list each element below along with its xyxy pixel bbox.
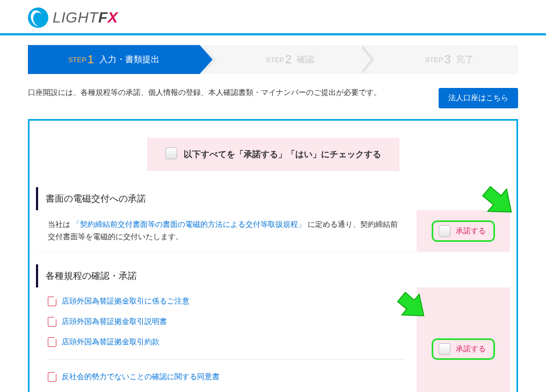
corporate-account-button[interactable]: 法人口座はこちら xyxy=(439,88,518,108)
section-1-heading: 書面の電磁交付への承諾 xyxy=(36,187,510,210)
step-1-active: STEP 1 入力・書類提出 xyxy=(28,45,200,74)
pdf-icon xyxy=(48,372,56,382)
doc-link[interactable]: 店頭外国為替証拠金取引約款 xyxy=(62,336,159,349)
doc-list-b: 反社会的勢力でないことの確認に関する同意書 個人情報保護方針 xyxy=(36,363,417,392)
section-electronic-delivery: 書面の電磁交付への承諾 当社は 「契約締結前交付書面等の書面の電磁的方法による交… xyxy=(36,187,510,252)
pdf-icon xyxy=(48,317,56,327)
logo-text-b: F xyxy=(98,9,108,26)
step-3-step-label: STEP xyxy=(425,56,443,64)
logo-mark-icon xyxy=(28,8,48,28)
list-item: 店頭外国為替証拠金取引に係るご注意 xyxy=(48,295,405,308)
consent-frame: 以下すべてを「承諾する」「はい」にチェックする 書面の電磁交付への承諾 当社は … xyxy=(28,119,518,392)
divider xyxy=(48,359,405,360)
pdf-icon xyxy=(48,337,56,347)
stepper: STEP 1 入力・書類提出 STEP 2 確認 STEP 3 完了 xyxy=(28,45,518,74)
step-2: STEP 2 確認 xyxy=(200,45,359,74)
doc-link[interactable]: 店頭外国為替証拠金取引説明書 xyxy=(62,315,167,328)
step-2-title: 確認 xyxy=(297,54,314,65)
logo: LIGHTFX xyxy=(0,0,546,33)
electronic-delivery-regulation-link[interactable]: 「契約締結前交付書面等の書面の電磁的方法による交付等取扱規程」 xyxy=(72,220,305,228)
section-1-accept[interactable]: 承諾する xyxy=(432,220,495,242)
step-2-step-label: STEP xyxy=(266,56,284,64)
step-1-step-label: STEP xyxy=(68,56,86,64)
section-1-accept-label: 承諾する xyxy=(456,226,486,236)
section-regulations: 各種規程の確認・承諾 店頭外国為替証拠金取引に係るご注意 店頭外国為替証拠金取引… xyxy=(36,264,510,392)
section-1-accept-checkbox[interactable] xyxy=(439,225,450,237)
section-1-text-pre: 当社は xyxy=(48,220,70,228)
doc-link[interactable]: 店頭外国為替証拠金取引に係るご注意 xyxy=(62,295,190,308)
step-3-title: 完了 xyxy=(456,54,474,65)
step-2-number: 2 xyxy=(285,53,292,66)
section-1-body: 当社は 「契約締結前交付書面等の書面の電磁的方法による交付等取扱規程」 に定める… xyxy=(36,210,417,252)
logo-text: LIGHTFX xyxy=(53,9,118,26)
list-item: 店頭外国為替証拠金取引説明書 xyxy=(48,315,405,328)
master-consent-checkbox[interactable] xyxy=(165,147,177,159)
list-item: 店頭外国為替証拠金取引約款 xyxy=(48,336,405,349)
section-2-accept-label: 承諾する xyxy=(456,344,486,354)
section-2-accept[interactable]: 承諾する xyxy=(432,338,495,360)
master-consent-banner: 以下すべてを「承諾する」「はい」にチェックする xyxy=(147,138,399,171)
section-2-accept-area: 承諾する xyxy=(417,287,510,392)
logo-text-a: LIGHT xyxy=(53,9,98,26)
section-2-accept-checkbox[interactable] xyxy=(439,343,450,355)
green-arrow-icon xyxy=(477,180,519,221)
section-2-heading: 各種規程の確認・承諾 xyxy=(36,264,510,287)
list-item: 反社会的勢力でないことの確認に関する同意書 xyxy=(48,371,405,383)
pdf-icon xyxy=(48,297,56,306)
intro-text: 口座開設には、各種規程等の承諾、個人情報の登録、本人確認書類・マイナンバーのご提… xyxy=(28,88,381,98)
master-consent-label: 以下すべてを「承諾する」「はい」にチェックする xyxy=(184,147,381,161)
logo-text-c: X xyxy=(108,9,118,26)
doc-list-a: 店頭外国為替証拠金取引に係るご注意 店頭外国為替証拠金取引説明書 店頭外国為替証… xyxy=(36,287,417,356)
green-arrow-icon xyxy=(393,287,431,324)
section-2-body: 店頭外国為替証拠金取引に係るご注意 店頭外国為替証拠金取引説明書 店頭外国為替証… xyxy=(36,287,417,392)
intro-row: 口座開設には、各種規程等の承諾、個人情報の登録、本人確認書類・マイナンバーのご提… xyxy=(28,88,518,108)
step-1-title: 入力・書類提出 xyxy=(99,54,159,65)
step-3-number: 3 xyxy=(445,53,451,66)
doc-link[interactable]: 反社会的勢力でないことの確認に関する同意書 xyxy=(62,371,220,383)
step-1-number: 1 xyxy=(88,53,94,66)
step-3: STEP 3 完了 xyxy=(359,45,519,74)
